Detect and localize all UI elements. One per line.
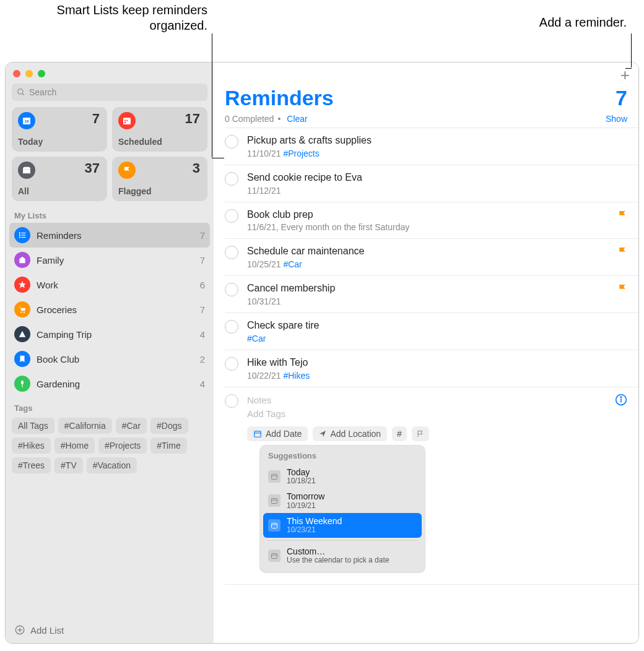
complete-toggle[interactable] — [225, 394, 238, 408]
notes-field[interactable]: Notes — [247, 394, 615, 408]
smart-list-all[interactable]: 37All — [12, 157, 107, 201]
sidebar-list-work[interactable]: Work6 — [6, 272, 214, 297]
list-count: 4 — [200, 329, 205, 340]
main-pane: + Reminders 7 0 Completed • Clear Show P… — [214, 63, 638, 643]
add-date-chip[interactable]: Add Date — [247, 426, 308, 441]
reminder-row[interactable]: Cancel membership10/31/21 — [225, 275, 638, 313]
svg-rect-8 — [124, 122, 126, 123]
date-option-this-weekend[interactable]: This Weekend10/23/21 — [263, 513, 422, 538]
complete-toggle[interactable] — [225, 357, 238, 371]
zoom-window-button[interactable] — [38, 70, 45, 77]
tag-tv[interactable]: #TV — [54, 457, 83, 473]
complete-toggle[interactable] — [225, 172, 238, 186]
tag-vacation[interactable]: #Vacation — [87, 457, 137, 473]
callout-smart-lists: Smart Lists keep reminders organized. — [12, 2, 207, 33]
tag-dogs[interactable]: #Dogs — [150, 418, 188, 434]
complete-toggle[interactable] — [225, 209, 238, 223]
calendar-icon — [268, 519, 281, 532]
date-suggestions-popover: Suggestions Today10/18/21Tomorrow10/19/2… — [259, 445, 425, 574]
minimize-window-button[interactable] — [25, 70, 33, 77]
add-location-chip[interactable]: Add Location — [313, 426, 387, 441]
calendar-icon — [268, 494, 281, 507]
tag-home[interactable]: #Home — [54, 438, 95, 454]
tag-california[interactable]: #California — [58, 418, 112, 434]
svg-rect-29 — [272, 554, 277, 559]
complete-toggle[interactable] — [225, 135, 238, 149]
flagged-icon — [118, 162, 136, 179]
reminder-meta: 10/31/21 — [247, 296, 612, 306]
list-icon — [14, 376, 30, 392]
sidebar-list-reminders[interactable]: Reminders7 — [9, 223, 210, 248]
tag-projects[interactable]: #Projects — [98, 438, 147, 454]
list-name: Groceries — [37, 304, 194, 315]
new-reminder-row[interactable]: Notes Add Tags Add Date Add Location # — [225, 387, 638, 585]
add-tag-chip[interactable]: # — [392, 426, 407, 441]
calendar-icon — [253, 429, 262, 438]
reminder-title: Cancel membership — [247, 282, 612, 295]
date-option-tomorrow[interactable]: Tomorrow10/19/21 — [263, 488, 422, 513]
close-window-button[interactable] — [13, 70, 20, 77]
list-icon — [14, 252, 30, 268]
list-icon — [14, 326, 30, 342]
add-flag-chip[interactable] — [412, 426, 429, 441]
svg-rect-7 — [126, 120, 128, 121]
list-count: 4 — [200, 379, 205, 389]
add-reminder-button[interactable]: + — [620, 67, 630, 83]
list-icon — [14, 301, 30, 317]
list-name: Family — [37, 255, 194, 265]
reminder-row[interactable]: Book club prep11/6/21, Every month on th… — [225, 202, 638, 239]
svg-rect-6 — [124, 120, 126, 121]
sidebar-list-gardening[interactable]: Gardening4 — [6, 371, 214, 396]
reminder-row[interactable]: Schedule car maintenance10/25/21 #Car — [225, 238, 638, 275]
add-tags-field[interactable]: Add Tags — [247, 407, 615, 421]
svg-point-14 — [19, 236, 20, 238]
date-option-custom[interactable]: Custom… Use the calendar to pick a date — [263, 543, 422, 568]
svg-point-16 — [20, 312, 22, 313]
list-count: 2 — [200, 354, 205, 364]
reminder-meta: 10/22/21 #Hikes — [247, 371, 627, 381]
reminder-row[interactable]: Check spare tire#Car — [225, 313, 638, 350]
svg-point-17 — [24, 312, 25, 313]
smart-list-flagged[interactable]: 3Flagged — [112, 157, 207, 201]
tag-car[interactable]: #Car — [116, 418, 147, 434]
add-list-button[interactable]: Add List — [6, 617, 214, 643]
sidebar-list-camping-trip[interactable]: Camping Trip4 — [6, 322, 214, 347]
sidebar-list-family[interactable]: Family7 — [6, 248, 214, 272]
reminder-meta: #Car — [247, 334, 627, 343]
plus-circle-icon — [14, 624, 25, 636]
sidebar-list-groceries[interactable]: Groceries7 — [6, 297, 214, 322]
tag-all-tags[interactable]: All Tags — [12, 418, 54, 434]
info-icon — [615, 394, 627, 406]
reminder-row[interactable]: Pickup arts & crafts supplies11/10/21 #P… — [225, 127, 638, 165]
list-count: 6 — [200, 280, 205, 290]
info-button[interactable] — [615, 394, 627, 406]
svg-rect-23 — [272, 474, 277, 479]
search-input[interactable]: Search — [12, 84, 207, 101]
complete-toggle[interactable] — [225, 320, 238, 334]
complete-toggle[interactable] — [225, 246, 238, 259]
reminder-meta: 10/25/21 #Car — [247, 259, 612, 269]
svg-point-12 — [19, 235, 20, 236]
tags-header: Tags — [6, 400, 214, 415]
sidebar-list-book-club[interactable]: Book Club2 — [6, 347, 214, 371]
smart-list-today[interactable]: 187Today — [12, 107, 107, 152]
location-icon — [319, 430, 326, 438]
reminder-row[interactable]: Send cookie recipe to Eva11/12/21 — [225, 165, 638, 202]
complete-toggle[interactable] — [225, 283, 238, 296]
reminder-title: Pickup arts & crafts supplies — [247, 134, 627, 147]
date-option-today[interactable]: Today10/18/21 — [263, 464, 422, 489]
page-title: Reminders — [225, 86, 334, 110]
smart-list-scheduled[interactable]: 17Scheduled — [112, 107, 207, 152]
reminder-row[interactable]: Hike with Tejo10/22/21 #Hikes — [225, 350, 638, 387]
tag-trees[interactable]: #Trees — [12, 457, 51, 473]
list-icon — [14, 277, 30, 293]
reminder-meta: 11/6/21, Every month on the first Saturd… — [247, 222, 612, 232]
list-count: 7 — [200, 230, 205, 241]
show-completed-button[interactable]: Show — [606, 114, 627, 124]
clear-completed-button[interactable]: Clear — [287, 114, 307, 124]
list-icon — [14, 227, 30, 243]
svg-rect-25 — [272, 499, 277, 504]
tag-time[interactable]: #Time — [150, 438, 186, 454]
calendar-icon — [268, 550, 281, 562]
tag-hikes[interactable]: #Hikes — [12, 438, 51, 454]
